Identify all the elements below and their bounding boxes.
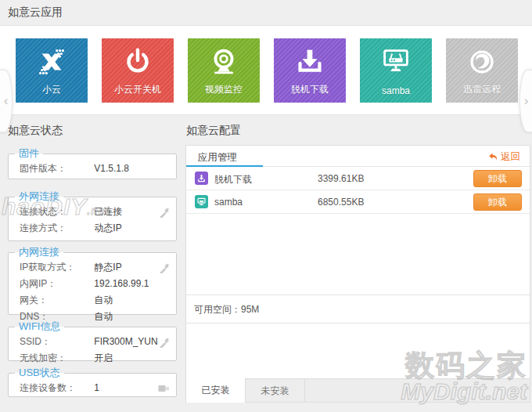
app-name: 脱机下载 — [214, 173, 252, 186]
available-space-row: 可用空间：95M — [186, 295, 530, 323]
bottom-tab-bar: 已安装 未安装 — [186, 378, 530, 402]
config-header: 应用管理 返回 — [186, 146, 530, 167]
cloud-x-icon — [34, 44, 70, 80]
row-value: 192.168.99.1 — [94, 278, 149, 289]
status-row: 连接设备数： 1 — [9, 380, 176, 396]
config-panel: 应用管理 返回 脱机下载 3399.61KB 卸载 — [185, 145, 530, 403]
row-value: 静态IP — [94, 262, 121, 273]
download-icon — [292, 44, 328, 80]
tab-app-management[interactable]: 应用管理 — [198, 151, 237, 164]
app-tile-label: 视频监控 — [188, 83, 260, 96]
row-label: 网关： — [20, 294, 92, 307]
app-tile-xunlei-remote[interactable]: 迅雷远程 — [446, 38, 518, 103]
config-section-title: 如意云配置 — [186, 124, 241, 138]
panel-wan: 外网连接 连接状态： 已连接 连接方式： 动态IP — [8, 190, 177, 241]
available-space-label: 可用空间： — [194, 304, 241, 315]
carousel-prev-button[interactable]: ‹ — [0, 70, 13, 132]
row-value: V1.5.1.8 — [94, 163, 129, 174]
download-mini-icon — [195, 172, 208, 185]
back-arrow-icon — [488, 152, 498, 162]
monitor-icon — [378, 44, 414, 80]
app-tile-samba[interactable]: samba — [360, 38, 432, 103]
back-button[interactable]: 返回 — [488, 150, 520, 164]
status-section-title: 如意云状态 — [8, 124, 63, 138]
status-row: 网关： 自动 — [9, 292, 176, 309]
panel-wifi: WIFI信息 SSID： FIR300M_YUN 无线加密： 开启 — [8, 320, 177, 361]
chevron-left-icon: ‹ — [4, 93, 9, 109]
panel-firmware-legend: 固件 — [15, 146, 43, 161]
row-label: 连接设备数： — [20, 381, 92, 395]
app-tile-xiaoyun[interactable]: 小云 — [16, 38, 88, 103]
panel-wifi-legend: WIFI信息 — [15, 320, 64, 334]
status-row: 固件版本： V1.5.1.8 — [9, 161, 176, 177]
panel-usb: USB状态 连接设备数： 1 — [8, 366, 177, 397]
samba-mini-icon — [195, 195, 208, 208]
app-tile-label: 迅雷远程 — [446, 83, 518, 96]
panel-usb-legend: USB状态 — [15, 366, 64, 380]
row-label: IP获取方式： — [20, 261, 92, 274]
uninstall-button[interactable]: 卸载 — [473, 193, 522, 211]
app-tile-label: samba — [360, 85, 432, 96]
xunlei-bird-icon — [464, 44, 500, 80]
wrench-icon[interactable] — [159, 337, 170, 348]
app-size: 3399.61KB — [318, 173, 364, 184]
row-value: 动态IP — [94, 222, 121, 233]
row-label: SSID： — [20, 335, 92, 349]
app-tile-label: 小云开关机 — [102, 83, 174, 96]
uninstall-button[interactable]: 卸载 — [473, 170, 522, 187]
available-space-value: 95M — [241, 304, 259, 315]
app-tile-label: 脱机下载 — [274, 83, 346, 96]
status-row: 连接方式： 动态IP — [9, 220, 176, 237]
carousel-next-button[interactable]: › — [519, 70, 532, 132]
tab-not-installed[interactable]: 未安装 — [246, 379, 305, 402]
panel-firmware: 固件 固件版本： V1.5.1.8 — [8, 146, 177, 179]
app-size: 6850.55KB — [318, 197, 364, 208]
row-label: 固件版本： — [20, 162, 92, 175]
app-tile-power[interactable]: 小云开关机 — [102, 38, 174, 103]
app-tile-list: 小云 小云开关机 视频监控 脱机下载 — [16, 38, 518, 103]
usb-device-icon — [158, 384, 170, 393]
status-row: IP获取方式： 静态IP — [9, 259, 176, 276]
status-row: 连接状态： 已连接 — [9, 204, 176, 220]
wrench-icon[interactable] — [159, 262, 170, 273]
app-name: samba — [214, 197, 243, 208]
row-value: 已连接 — [94, 206, 122, 217]
row-label: 无线加密： — [20, 352, 92, 365]
row-label: 连接状态： — [20, 205, 92, 219]
panel-lan-legend: 内网连接 — [15, 245, 63, 259]
status-row: 内网IP： 192.168.99.1 — [9, 276, 176, 292]
row-label: 连接方式： — [20, 222, 92, 235]
row-value: 自动 — [94, 295, 113, 305]
chevron-right-icon: › — [524, 93, 529, 109]
status-row: SSID： FIR300M_YUN — [9, 334, 176, 350]
webcam-icon — [206, 44, 242, 80]
panel-wan-legend: 外网连接 — [15, 190, 63, 204]
apps-section-title: 如意云应用 — [8, 5, 63, 20]
app-carousel: 小云 小云开关机 视频监控 脱机下载 — [0, 25, 532, 115]
tab-installed[interactable]: 已安装 — [186, 378, 246, 403]
power-icon — [120, 44, 156, 80]
app-tile-label: 小云 — [16, 83, 88, 96]
row-value: 1 — [94, 382, 99, 393]
wrench-icon[interactable] — [159, 207, 170, 218]
panel-lan: 内网连接 IP获取方式： 静态IP 内网IP： 192.168.99.1 网关：… — [8, 245, 177, 315]
row-value: FIR300M_YUN — [94, 336, 157, 347]
row-label: 内网IP： — [20, 277, 92, 291]
installed-app-row: samba 6850.55KB 卸载 — [186, 190, 530, 214]
app-tile-video[interactable]: 视频监控 — [188, 38, 260, 103]
app-tile-offline-download[interactable]: 脱机下载 — [274, 38, 346, 103]
row-value: 开启 — [94, 352, 113, 363]
installed-app-row: 脱机下载 3399.61KB 卸载 — [186, 167, 530, 190]
back-button-label: 返回 — [501, 150, 520, 164]
status-row: 无线加密： 开启 — [9, 350, 176, 367]
